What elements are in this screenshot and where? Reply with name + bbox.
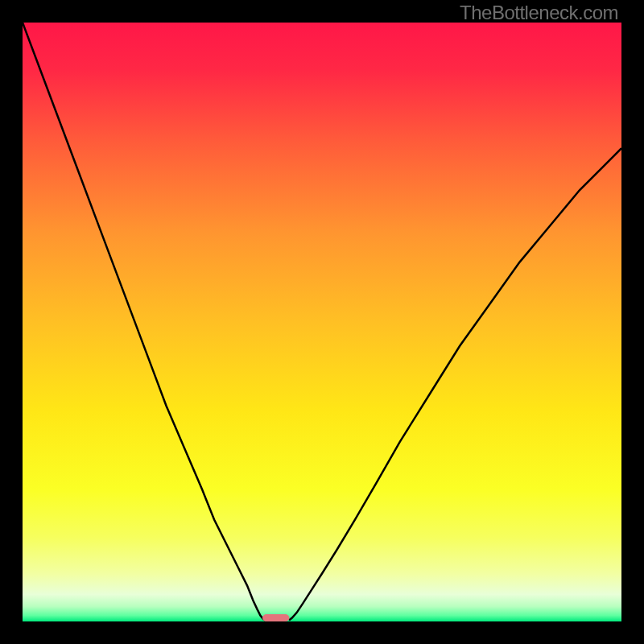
gradient-background (23, 23, 621, 621)
watermark-text: TheBottleneck.com (460, 2, 618, 24)
bottleneck-marker (262, 614, 289, 621)
chart-frame (0, 0, 644, 644)
chart-svg (23, 23, 621, 621)
